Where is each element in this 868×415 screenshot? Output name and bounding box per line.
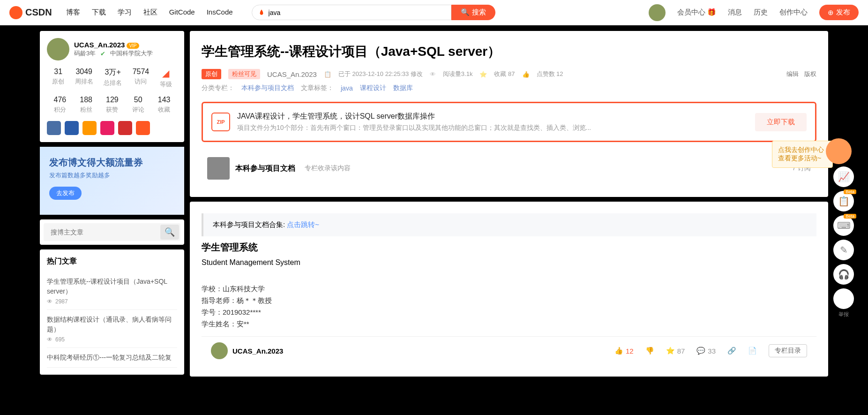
code-age: 码龄3年 <box>74 49 96 58</box>
favorite-button[interactable]: ⭐87 <box>666 347 685 355</box>
hot-articles-card: 热门文章 学生管理系统--课程设计项目（Java+SQL server） 👁29… <box>40 249 184 375</box>
edit-icon: 📋 <box>324 71 331 78</box>
promo-button[interactable]: 去发布 <box>49 187 82 200</box>
stat-fans[interactable]: 188粉丝 <box>80 96 92 114</box>
download-title: JAVA课程设计，学生管理系统，设计SQL server数据库操作 <box>237 112 748 121</box>
share-button[interactable]: 🔗 <box>727 347 736 355</box>
float-doc-button[interactable]: 📋Beta <box>833 191 854 211</box>
messages[interactable]: 消息 <box>728 8 742 17</box>
pdf-icon: 📄 <box>748 347 757 355</box>
stat-original[interactable]: 31原创 <box>52 68 64 89</box>
article-body-card: 本科参与项目文档合集: 点击跳转~ 学生管理系统 Student Managem… <box>190 202 828 377</box>
comment-button[interactable]: 💬33 <box>696 347 716 355</box>
monkey-icon <box>9 6 22 19</box>
logo-text: CSDN <box>25 7 52 18</box>
nav-community[interactable]: 社区 <box>143 8 157 17</box>
badge-icon[interactable] <box>65 121 79 135</box>
code-icon: ⌨ <box>837 220 851 231</box>
like-button[interactable]: 👍12 <box>614 347 634 355</box>
float-service-button[interactable]: 🎧 <box>833 264 854 285</box>
stat-favs[interactable]: 143收藏 <box>158 96 171 114</box>
float-code-button[interactable]: ⌨Beta <box>833 215 854 236</box>
badges-row <box>47 121 177 135</box>
footer-avatar[interactable] <box>211 342 228 359</box>
publish-button[interactable]: ⊕发布 <box>819 5 859 20</box>
dislike-button[interactable]: 👎 <box>645 347 654 355</box>
search-author-button[interactable]: 🔍 <box>160 225 179 240</box>
stats-row-2: 476积分 188粉丝 129获赞 50评论 143收藏 <box>47 96 177 114</box>
stat-total-rank[interactable]: 3万+总排名 <box>104 68 122 89</box>
search-input[interactable] <box>252 5 452 20</box>
beta-badge: Beta <box>844 214 856 219</box>
fans-only-tag: 粉丝可见 <box>228 69 260 79</box>
stat-visits[interactable]: 7574访问 <box>133 68 150 89</box>
search-icon: 🔍 <box>461 8 470 16</box>
level-icon: ◢ <box>160 68 172 79</box>
header-right: 会员中心 🎁 消息 历史 创作中心 ⊕发布 <box>649 4 859 21</box>
tag-java[interactable]: java <box>341 84 353 92</box>
hot-item[interactable]: 数据结构课程设计（通讯录、病人看病等问题） 👁695 <box>47 310 177 348</box>
promo-sub: 发布篇数越多奖励越多 <box>49 171 175 180</box>
badge-icon[interactable] <box>100 121 114 135</box>
thumbs-down-icon: 👎 <box>645 347 654 355</box>
column-thumb <box>207 157 230 180</box>
eye-icon: 👁 <box>47 336 52 343</box>
vip-badge: VIP <box>127 43 139 49</box>
hot-item[interactable]: 中科院考研经历①---一轮复习总结及二轮复 <box>47 348 177 368</box>
profile-name[interactable]: UCAS_An.2023 <box>74 41 125 49</box>
stat-level[interactable]: ◢等级 <box>160 68 172 89</box>
info-name: 学生姓名：安** <box>202 320 816 329</box>
search-icon: 🔍 <box>165 227 175 237</box>
container: UCAS_An.2023VIP 码龄3年✔中国科学院大学 31原创 3049周排… <box>0 25 868 415</box>
search-button[interactable]: 🔍 搜索 <box>451 5 495 20</box>
nav-blog[interactable]: 博客 <box>66 8 80 17</box>
article-card: 学生管理系统--课程设计项目（Java+SQL server） 原创 粉丝可见 … <box>190 31 828 197</box>
article-time: 已于 2023-12-10 22:25:33 修改 <box>338 70 423 78</box>
tag-course[interactable]: 课程设计 <box>360 84 386 92</box>
column-box[interactable]: 本科参与项目文档 专栏收录该内容 7 订阅 <box>202 151 816 185</box>
main-content: 学生管理系统--课程设计项目（Java+SQL server） 原创 粉丝可见 … <box>190 31 828 409</box>
search-box: 🔍 搜索 <box>252 5 495 20</box>
badge-icon[interactable] <box>47 121 61 135</box>
badge-icon[interactable] <box>136 121 150 135</box>
float-edit-button[interactable]: ✎ <box>833 240 854 260</box>
hot-item[interactable]: 学生管理系统--课程设计项目（Java+SQL server） 👁2987 <box>47 272 177 310</box>
float-report-button[interactable]: 举报 <box>833 288 854 309</box>
stat-likes[interactable]: 129获赞 <box>106 96 119 114</box>
badge-icon[interactable] <box>82 121 97 135</box>
stat-week-rank[interactable]: 3049周排名 <box>75 68 93 89</box>
footer-author[interactable]: UCAS_An.2023 <box>232 347 283 355</box>
author-link[interactable]: UCAS_An.2023 <box>267 70 317 78</box>
nav-gitcode[interactable]: GitCode <box>169 8 195 17</box>
nav-inscode[interactable]: InsCode <box>207 8 233 17</box>
logo[interactable]: CSDN <box>9 6 52 19</box>
pdf-button[interactable]: 📄 <box>748 347 757 355</box>
promo-card[interactable]: 发布博文得大额流量券 发布篇数越多奖励越多 去发布 <box>40 147 184 215</box>
category-link[interactable]: 本科参与项目文档 <box>241 84 294 92</box>
tag-database[interactable]: 数据库 <box>393 84 413 92</box>
search-author-input[interactable] <box>45 225 160 240</box>
profile-avatar[interactable] <box>47 38 69 60</box>
member-center[interactable]: 会员中心 🎁 <box>677 8 716 17</box>
beta-badge: Beta <box>844 189 856 194</box>
toc-button[interactable]: 专栏目录 <box>769 344 807 357</box>
float-buttons: 📈 📋Beta ⌨Beta ✎ 🎧 举报 <box>833 166 854 309</box>
badge-icon[interactable] <box>118 121 132 135</box>
stat-comments[interactable]: 50评论 <box>132 96 144 114</box>
history[interactable]: 历史 <box>754 8 768 17</box>
edit-link[interactable]: 编辑 <box>786 70 799 78</box>
nav-download[interactable]: 下载 <box>92 8 106 17</box>
float-stats-button[interactable]: 📈 <box>833 166 854 187</box>
download-button[interactable]: 立即下载 <box>755 113 807 131</box>
notice-link[interactable]: 点击跳转~ <box>287 220 319 228</box>
stat-points[interactable]: 476积分 <box>54 96 67 114</box>
info-studentid: 学号：2019032**** <box>202 308 816 317</box>
user-avatar[interactable] <box>649 4 666 21</box>
copyright-link[interactable]: 版权 <box>804 70 816 78</box>
float-tooltip[interactable]: 点我去创作中心查看更多活动~ <box>772 141 833 168</box>
nav-learn[interactable]: 学习 <box>118 8 132 17</box>
creation-center[interactable]: 创作中心 <box>779 8 808 17</box>
article-favs: 收藏 87 <box>494 70 515 78</box>
monkey-assistant-icon[interactable] <box>826 138 852 164</box>
column-name: 本科参与项目文档 <box>235 164 295 174</box>
